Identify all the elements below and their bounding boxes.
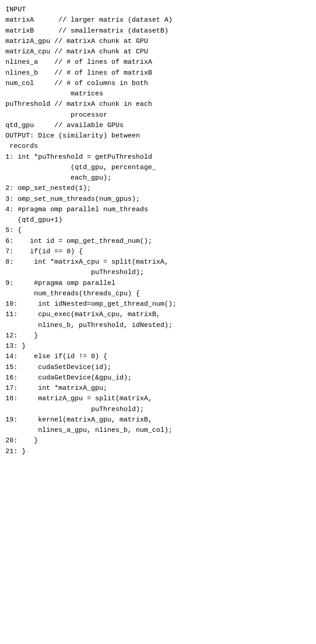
code-display: INPUT matrixA // larger matrix (dataset … xyxy=(5,5,311,457)
